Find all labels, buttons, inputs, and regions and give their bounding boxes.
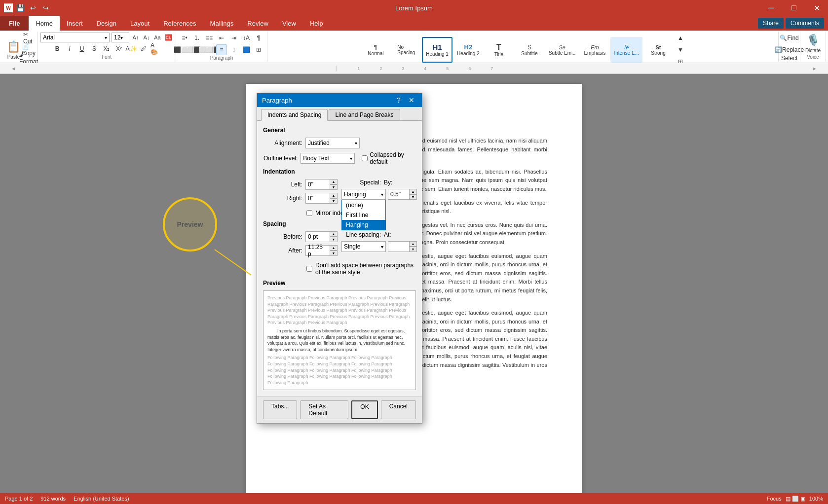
style-subtle-em[interactable]: Se Subtle Em... [545,37,579,63]
bold-btn[interactable]: B [52,43,63,54]
right-input[interactable]: 0" [305,193,330,204]
style-subtitle[interactable]: S Subtitle [515,37,544,63]
share-btn[interactable]: Share [758,18,784,29]
style-normal[interactable]: ¶ Normal [361,37,390,63]
right-down-btn[interactable]: ▼ [330,198,338,204]
tab-layout[interactable]: Layout [123,16,156,31]
line-spacing-select[interactable]: Single ▾ [341,241,386,252]
tab-mailings[interactable]: Mailings [203,16,241,31]
mirror-checkbox[interactable] [306,210,312,216]
dialog-close-btn[interactable]: ✕ [406,95,417,106]
at-down-btn[interactable]: ▼ [409,247,417,252]
style-title[interactable]: T Title [484,37,514,63]
left-input[interactable]: 0" [305,179,330,190]
alignment-select[interactable]: Justified ▾ [305,138,360,148]
text-effects-btn[interactable]: A✨ [126,43,137,54]
style-strong[interactable]: St Strong [643,37,673,63]
by-input[interactable]: 0.5" [388,189,410,200]
special-option-first[interactable]: First line [342,210,385,220]
outline-select[interactable]: Body Text ▾ [301,153,355,164]
minimize-btn[interactable]: ─ [760,0,783,16]
multilevel-list-btn[interactable]: ≡≡ [204,33,215,43]
left-up-btn[interactable]: ▲ [330,179,338,184]
special-option-hanging[interactable]: Hanging [342,220,385,230]
dialog-tab-linebreaks[interactable]: Line and Page Breaks [329,109,400,120]
after-up-btn[interactable]: ▲ [330,245,338,251]
bullets-btn[interactable]: ≡• [179,33,190,43]
collapsed-checkbox[interactable] [362,155,368,161]
focus-label[interactable]: Focus [767,496,782,502]
align-right-btn[interactable]: ⬜⬜⬛ [204,44,215,55]
subscript-btn[interactable]: X₂ [101,43,112,54]
tab-review[interactable]: Review [240,16,275,31]
close-btn[interactable]: ✕ [805,0,828,16]
decrease-indent-btn[interactable]: ⇤ [216,33,227,43]
dialog-tab-indents[interactable]: Indents and Spacing [261,109,328,121]
by-down-btn[interactable]: ▼ [409,194,417,200]
before-up-btn[interactable]: ▲ [330,231,338,237]
special-option-none[interactable]: (none) [342,200,385,210]
ok-btn[interactable]: OK [351,400,377,419]
at-up-btn[interactable]: ▲ [409,241,417,247]
tab-insert[interactable]: Insert [60,16,90,31]
font-name-select[interactable]: Arial ▾ [40,33,110,42]
qs-save-btn[interactable]: 💾 [15,2,26,13]
dialog-help-btn[interactable]: ? [393,95,404,106]
increase-indent-btn[interactable]: ⇥ [228,33,239,43]
before-down-btn[interactable]: ▼ [330,237,338,242]
tab-home[interactable]: Home [29,16,60,31]
special-select[interactable]: Hanging ▾ [341,189,386,200]
style-emphasis[interactable]: Em Emphasis [580,37,609,63]
dont-add-space-checkbox[interactable] [306,266,312,272]
tabs-btn[interactable]: Tabs... [263,400,297,419]
replace-btn[interactable]: 🔄 Replace [784,44,795,55]
set-as-default-btn[interactable]: Set As Default [300,400,348,419]
tab-design[interactable]: Design [90,16,123,31]
after-input[interactable]: 11.25 p [305,245,330,256]
tab-file[interactable]: File [0,16,29,31]
find-btn[interactable]: 🔍 Find [784,33,795,43]
numbering-btn[interactable]: 1. [191,33,202,43]
left-down-btn[interactable]: ▼ [330,184,338,190]
after-down-btn[interactable]: ▼ [330,251,338,256]
tab-view[interactable]: View [275,16,303,31]
align-justify-btn[interactable]: ≡ [216,44,227,55]
line-spacing-btn[interactable]: ↕ [228,44,239,55]
by-up-btn[interactable]: ▲ [409,189,417,194]
qs-redo-btn[interactable]: ↪ [40,2,51,13]
borders-btn[interactable]: ⊞ [253,44,264,55]
styles-scroll-down[interactable]: ▼ [675,44,686,55]
change-case-btn[interactable]: Aa [153,33,162,42]
shrink-font-btn[interactable]: A↓ [142,33,151,42]
tab-help[interactable]: Help [303,16,330,31]
paragraph-dialog[interactable]: Paragraph ? ✕ Indents and Spacing Line a… [257,93,422,424]
shading-btn[interactable]: 🟦 [241,44,252,55]
strikethrough-btn[interactable]: S [89,43,100,54]
dictate-btn[interactable]: 🎙️ Dictate [803,33,823,54]
superscript-btn[interactable]: X² [113,43,124,54]
underline-btn[interactable]: U [76,43,87,54]
style-heading1[interactable]: H1 Heading 1 [422,37,452,63]
italic-btn[interactable]: I [64,43,75,54]
sort-btn[interactable]: ↕A [241,33,252,43]
clear-format-btn[interactable]: 🆑 [164,33,173,42]
cancel-btn[interactable]: Cancel [381,400,416,419]
right-up-btn[interactable]: ▲ [330,193,338,198]
before-input[interactable]: 0 pt [305,231,330,242]
style-no-spacing[interactable]: NoSpacing [391,37,421,63]
styles-scroll-up[interactable]: ▲ [675,33,686,43]
style-intense-em[interactable]: Ie Intense E... [610,37,642,63]
tab-references[interactable]: References [156,16,203,31]
comments-btn[interactable]: Comments [786,18,824,29]
at-input[interactable] [388,241,410,252]
cut-btn[interactable]: ✂ Cut [23,33,34,43]
highlight-btn[interactable]: 🖊 [138,43,149,54]
style-heading2[interactable]: H2 Heading 2 [453,37,483,63]
qs-undo-btn[interactable]: ↩ [28,2,38,13]
special-dropdown-list[interactable]: (none) First line Hanging [341,200,386,230]
show-para-btn[interactable]: ¶ [253,33,264,43]
font-size-select[interactable]: 12 ▾ [112,33,129,42]
grow-font-btn[interactable]: A↑ [131,33,140,42]
maximize-btn[interactable]: □ [783,0,805,16]
font-color-btn[interactable]: A🎨 [151,43,161,54]
